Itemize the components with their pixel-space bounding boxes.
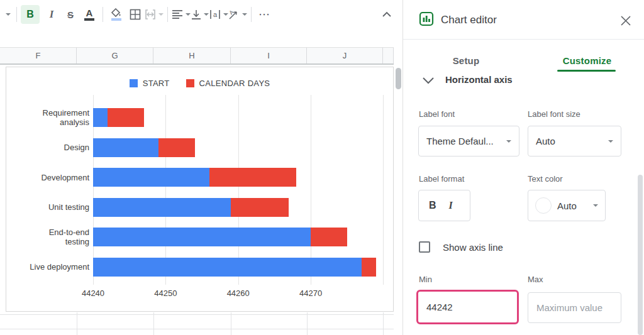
- label-font-size-select[interactable]: Auto: [528, 126, 621, 157]
- toolbar-divider: [16, 7, 17, 22]
- chart-gridline: [311, 95, 311, 285]
- more-glyph: ⋯: [258, 8, 271, 21]
- column-header-row: FGHIJ: [0, 47, 394, 65]
- close-panel-button[interactable]: [620, 15, 631, 29]
- bar-start-segment[interactable]: [93, 108, 108, 127]
- section-collapse-button[interactable]: [422, 75, 435, 87]
- text-rotation-button[interactable]: A: [228, 5, 247, 24]
- x-axis-tick-label: 44250: [143, 288, 187, 298]
- chart-editor-panel: Chart editor Setup Customize Horizontal …: [402, 0, 644, 335]
- bar-calendar-days-segment[interactable]: [209, 168, 296, 187]
- min-input[interactable]: [418, 302, 517, 312]
- column-header-J[interactable]: J: [307, 48, 383, 63]
- x-axis-tick-label: 44240: [71, 288, 115, 298]
- bar-calendar-days-segment[interactable]: [108, 108, 144, 127]
- max-input[interactable]: [528, 302, 621, 313]
- text-color-button[interactable]: A: [80, 5, 99, 24]
- text-color-value: Auto: [557, 200, 577, 211]
- label-font-select[interactable]: Theme Defaul...: [418, 126, 519, 157]
- tab-setup[interactable]: Setup: [441, 55, 491, 66]
- label-font-size-value: Auto: [536, 136, 555, 146]
- tab-customize[interactable]: Customize: [557, 55, 617, 66]
- category-label: End-to-endtesting: [9, 222, 89, 252]
- sheet-gridline: [307, 312, 308, 335]
- svg-text:a: a: [213, 11, 218, 18]
- format-bold-button[interactable]: B: [429, 200, 436, 211]
- more-button[interactable]: ⋯: [255, 5, 274, 24]
- column-header-H[interactable]: H: [153, 48, 231, 63]
- show-axis-line-checkbox[interactable]: [419, 241, 430, 253]
- fill-color-button[interactable]: [107, 5, 126, 24]
- column-header-partial[interactable]: [383, 48, 394, 63]
- column-header-F[interactable]: F: [0, 48, 77, 63]
- wrap-dropdown-caret-icon[interactable]: [223, 13, 228, 16]
- sheet-gridline: [77, 312, 77, 335]
- text-wrap-button[interactable]: a: [209, 5, 228, 24]
- legend-item: CALENDAR DAYS: [186, 79, 270, 88]
- close-icon: [620, 15, 631, 26]
- select-caret-icon: [506, 140, 511, 143]
- borders-button[interactable]: [126, 5, 145, 24]
- sheet-gridline: [0, 329, 394, 329]
- panel-scrollbar-thumb[interactable]: [638, 175, 643, 335]
- chart-gridline: [238, 95, 239, 285]
- toolbar-divider: [167, 7, 168, 22]
- panel-title: Chart editor: [441, 14, 497, 26]
- sheet-gridline: [383, 312, 384, 335]
- label-font-size-label: Label font size: [528, 109, 580, 119]
- label-font-value: Theme Defaul...: [426, 136, 494, 146]
- category-label: Development: [9, 162, 89, 192]
- vertical-align-button[interactable]: [191, 5, 209, 24]
- bar-calendar-days-segment[interactable]: [231, 198, 289, 217]
- bar-calendar-days-segment[interactable]: [362, 258, 376, 277]
- category-label: Live deployment: [9, 252, 89, 282]
- text-rotation-icon: A: [228, 9, 240, 20]
- label-format-label: Label format: [419, 174, 464, 184]
- chart-legend: STARTCALENDAR DAYS: [6, 79, 393, 88]
- text-wrap-icon: a: [209, 9, 221, 19]
- category-label: Unit testing: [9, 192, 89, 222]
- panel-divider: [403, 39, 644, 40]
- bar-start-segment[interactable]: [93, 258, 362, 277]
- select-caret-icon: [593, 204, 598, 207]
- strikethrough-button[interactable]: S: [61, 5, 80, 24]
- column-header-G[interactable]: G: [77, 48, 153, 63]
- select-caret-icon: [608, 140, 613, 143]
- italic-glyph: I: [50, 8, 54, 21]
- rotation-dropdown-caret-icon[interactable]: [242, 13, 247, 16]
- sheet-gridline: [231, 312, 231, 335]
- min-input-focused-border: [416, 290, 519, 324]
- italic-button[interactable]: I: [42, 5, 61, 24]
- bold-glyph: B: [26, 9, 34, 20]
- valign-dropdown-caret-icon[interactable]: [204, 13, 209, 16]
- legend-item: START: [130, 79, 170, 88]
- bar-start-segment[interactable]: [93, 228, 311, 246]
- bar-start-segment[interactable]: [93, 138, 158, 157]
- collapse-toolbar-button[interactable]: [377, 5, 396, 24]
- merge-cells-button[interactable]: [145, 5, 164, 24]
- label-font-label: Label font: [419, 109, 455, 119]
- legend-swatch: [186, 79, 194, 87]
- format-italic-button[interactable]: I: [449, 200, 453, 211]
- chart-gridline: [165, 95, 166, 285]
- merge-cells-icon: [145, 9, 156, 20]
- vertical-align-icon: [191, 9, 201, 20]
- bar-start-segment[interactable]: [93, 198, 231, 217]
- toolbar-divider: [251, 7, 252, 22]
- dropdown-caret-icon[interactable]: [1, 5, 13, 24]
- merge-dropdown-caret-icon[interactable]: [158, 13, 164, 16]
- section-horizontal-axis[interactable]: Horizontal axis: [445, 74, 513, 85]
- bar-start-segment[interactable]: [93, 168, 209, 187]
- sheet-scrollbar-thumb[interactable]: [396, 68, 401, 89]
- bold-button[interactable]: B: [21, 5, 40, 24]
- column-header-I[interactable]: I: [231, 48, 307, 63]
- align-dropdown-caret-icon[interactable]: [186, 13, 191, 16]
- bar-calendar-days-segment[interactable]: [158, 138, 195, 157]
- label-format-group: B I: [418, 190, 470, 221]
- chart-container[interactable]: STARTCALENDAR DAYS 44240442504426044270R…: [6, 67, 394, 312]
- bar-calendar-days-segment[interactable]: [311, 228, 347, 246]
- text-color-select[interactable]: Auto: [528, 190, 606, 221]
- horizontal-align-button[interactable]: [172, 5, 191, 24]
- chart-gridline: [383, 95, 384, 285]
- formatting-toolbar: B I S A: [0, 0, 402, 29]
